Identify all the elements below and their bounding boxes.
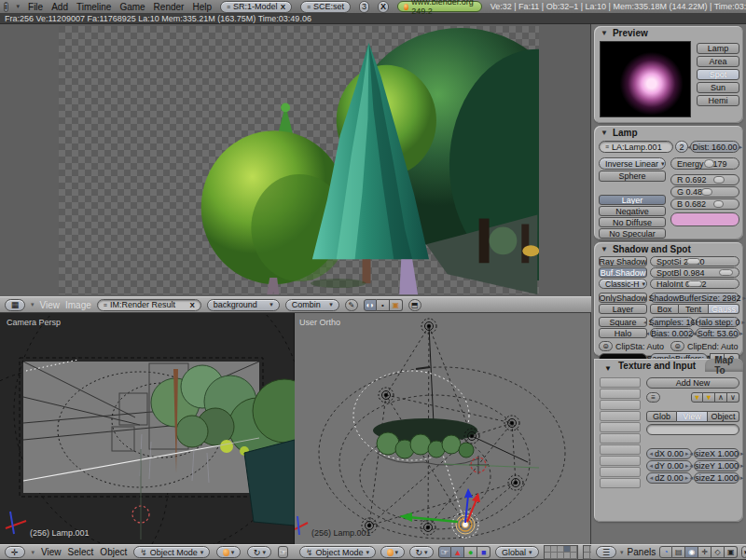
texture-slot[interactable] bbox=[600, 433, 641, 444]
editor-type-3dview-icon[interactable]: ✛ bbox=[5, 546, 25, 558]
menu-object[interactable]: Object bbox=[100, 547, 127, 557]
viewport-user-ortho[interactable]: User Ortho (256) Lamp.001 bbox=[295, 313, 591, 544]
draw-type-select[interactable]: ▾ bbox=[380, 546, 405, 558]
collapse-icon[interactable]: ▼ bbox=[601, 245, 608, 253]
scene-selector[interactable]: ≡ SCE:set bbox=[300, 1, 351, 13]
soft-field[interactable]: ◂Soft: 53.60▸ bbox=[696, 328, 739, 338]
menu-add[interactable]: Add bbox=[51, 2, 68, 12]
chevron-down-icon[interactable]: ▾ bbox=[31, 301, 35, 308]
clipsta-auto-icon[interactable]: ⊜ bbox=[599, 341, 613, 351]
lamp-datablock-field[interactable]: ≡LA:Lamp.001 bbox=[599, 141, 673, 153]
panel-preview[interactable]: ▼ Preview Lamp Area Spot Sun Hemi bbox=[594, 26, 743, 123]
editor-type-image-icon[interactable]: ▦ bbox=[5, 299, 25, 311]
coord-glob[interactable]: Glob bbox=[646, 411, 677, 422]
no-specular-toggle[interactable]: No Specular bbox=[599, 228, 666, 239]
falloff-select[interactable]: Inverse Linear▾ bbox=[599, 157, 666, 170]
texture-slot[interactable] bbox=[600, 478, 641, 488]
chevron-down-icon[interactable]: ▾ bbox=[620, 549, 624, 556]
channel-down-icon[interactable]: ∨ bbox=[727, 392, 739, 403]
lamp-type-hemi[interactable]: Hemi bbox=[697, 95, 739, 106]
size-z-field[interactable]: ◂sizeZ 1.000▸ bbox=[694, 472, 739, 484]
red-slider[interactable]: R 0.692 bbox=[670, 174, 739, 185]
object-context-icon[interactable]: ✛ bbox=[698, 546, 711, 558]
screen-close-button[interactable]: X bbox=[281, 3, 285, 11]
no-diffuse-toggle[interactable]: No Diffuse bbox=[599, 217, 666, 227]
lamp-type-area[interactable]: Area bbox=[697, 56, 739, 67]
add-new-button[interactable]: Add New bbox=[646, 377, 739, 389]
menu-image[interactable]: Image bbox=[65, 300, 91, 310]
channel-up-icon[interactable]: ∧ bbox=[715, 392, 727, 403]
screen-selector[interactable]: ≡ SR:1-Model X bbox=[220, 1, 292, 13]
coord-object[interactable]: Object bbox=[708, 411, 739, 422]
halo-toggle[interactable]: Halo bbox=[599, 328, 647, 338]
lamp-type-lamp[interactable]: Lamp bbox=[697, 43, 739, 54]
panel-texture-input[interactable]: ▼ Texture and Input Map To Add New ≡ ▾ ▾… bbox=[594, 359, 743, 522]
menu-select[interactable]: Select bbox=[68, 547, 94, 557]
editor-type-buttons-icon[interactable]: ☰ bbox=[596, 546, 616, 558]
ray-shadow-toggle[interactable]: Ray Shadow bbox=[599, 256, 647, 266]
menu-help[interactable]: Help bbox=[192, 2, 212, 12]
manipulator-hand-icon[interactable]: ☞ bbox=[278, 546, 288, 558]
texture-slot[interactable] bbox=[600, 400, 641, 410]
texture-slot[interactable] bbox=[600, 467, 641, 477]
panels-label[interactable]: Panels bbox=[628, 547, 656, 557]
browse-texture-icon[interactable]: ≡ bbox=[646, 392, 660, 403]
render-layer-select[interactable]: background ▾ bbox=[207, 299, 280, 311]
lock-icon[interactable]: ⬒ bbox=[408, 299, 421, 311]
texture-slot[interactable] bbox=[600, 444, 641, 455]
render-pass-select[interactable]: Combin ▾ bbox=[285, 299, 339, 311]
editing-context-icon[interactable]: ◇ bbox=[711, 546, 725, 558]
shading-context-icon[interactable]: ◉ bbox=[685, 546, 698, 558]
lamp-color-swatch[interactable] bbox=[670, 212, 739, 226]
translate-manipulator[interactable] bbox=[399, 488, 480, 523]
size-x-field[interactable]: ◂sizeX 1.000▸ bbox=[694, 448, 739, 459]
image-paint-icon[interactable]: ▣ bbox=[390, 299, 403, 311]
menu-view[interactable]: View bbox=[41, 547, 62, 557]
only-shadow-toggle[interactable]: OnlyShadow bbox=[599, 293, 647, 303]
size-y-field[interactable]: ◂sizeY 1.000▸ bbox=[694, 460, 739, 471]
scene-users-button[interactable]: 3 bbox=[359, 1, 369, 13]
layer-buttons-1[interactable] bbox=[544, 545, 578, 560]
filter-tent[interactable]: Tent bbox=[679, 304, 709, 314]
dot-icon[interactable]: • bbox=[377, 299, 390, 311]
offset-y-field[interactable]: ◂dY 0.00▸ bbox=[646, 460, 692, 471]
coord-view[interactable]: View bbox=[677, 411, 708, 422]
lamp-users-button[interactable]: 2 bbox=[675, 141, 688, 153]
negative-toggle[interactable]: Negative bbox=[599, 206, 666, 216]
draw-type-select[interactable]: ▾ bbox=[216, 546, 241, 558]
spot-blend-slider[interactable]: SpotBl 0.984 bbox=[650, 267, 739, 278]
version-button[interactable]: www.blender.org 249.2 bbox=[397, 1, 482, 12]
auto-name-all-icon[interactable]: ▾ bbox=[703, 392, 715, 403]
shadow-buffer-size-field[interactable]: ◂ShadowBufferSize: 2982▸ bbox=[650, 293, 739, 303]
panel-lamp[interactable]: ▼ Lamp ≡LA:Lamp.001 2 ◂Dist: 160.00▸ Inv… bbox=[594, 126, 743, 239]
shadow-layer-toggle[interactable]: Layer bbox=[599, 304, 647, 314]
auto-name-icon[interactable]: ▾ bbox=[691, 392, 703, 403]
panel-shadow-spot[interactable]: ▼ Shadow and Spot Ray Shadow Buf.Shadow … bbox=[594, 242, 743, 356]
buf-shadow-toggle[interactable]: Buf.Shadow bbox=[599, 267, 647, 278]
menu-game[interactable]: Game bbox=[119, 2, 145, 12]
pivot-select[interactable]: ↻ ▾ bbox=[409, 546, 434, 558]
viewport-camera-persp[interactable]: Camera Persp (256) Lamp.001 bbox=[0, 313, 295, 544]
shadow-buffer-type-select[interactable]: Classic-H▾ bbox=[599, 279, 647, 289]
halo-step-field[interactable]: ◂Halo step: 0▸ bbox=[696, 317, 739, 327]
draw-tool-icon[interactable]: ✎ bbox=[345, 299, 358, 311]
logic-context-icon[interactable]: ◔ bbox=[659, 546, 672, 558]
lamp-subcontext-icon[interactable]: ◑ bbox=[741, 546, 746, 558]
chevron-down-icon[interactable]: ▾ bbox=[17, 3, 21, 10]
texture-channel-list[interactable] bbox=[600, 377, 641, 489]
scene-context-icon[interactable]: ▣ bbox=[725, 546, 738, 558]
tab-map-to[interactable]: Map To bbox=[705, 359, 743, 372]
filter-box[interactable]: Box bbox=[650, 304, 679, 314]
filter-gauss[interactable]: Gauss bbox=[709, 304, 739, 314]
sphere-toggle[interactable]: Sphere bbox=[599, 171, 666, 182]
image-unlink-button[interactable]: X bbox=[189, 301, 194, 309]
blue-slider[interactable]: B 0.682 bbox=[670, 198, 739, 210]
clipend-auto-icon[interactable]: ⊜ bbox=[670, 341, 684, 351]
chevron-down-icon[interactable]: ▾ bbox=[32, 549, 35, 556]
app-logo-icon[interactable]: i bbox=[4, 2, 8, 12]
tab-texture-and-input[interactable]: Texture and Input bbox=[609, 359, 705, 372]
energy-slider[interactable]: Energy 2.179 bbox=[670, 157, 739, 170]
browse-icon[interactable]: ≡ bbox=[104, 302, 107, 308]
scale-manipulator-icon[interactable]: ■ bbox=[477, 546, 490, 558]
clip-icon[interactable]: ◖◗ bbox=[364, 299, 377, 311]
